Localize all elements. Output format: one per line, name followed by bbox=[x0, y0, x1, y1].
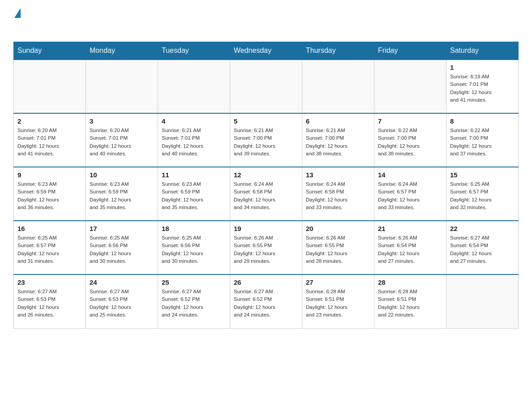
calendar-cell: 3Sunrise: 6:20 AMSunset: 7:01 PMDaylight… bbox=[86, 113, 158, 167]
calendar-cell: 4Sunrise: 6:21 AMSunset: 7:01 PMDaylight… bbox=[158, 113, 230, 167]
weekday-header-row: Sunday Monday Tuesday Wednesday Thursday… bbox=[14, 42, 519, 60]
week-row-2: 9Sunrise: 6:23 AMSunset: 6:59 PMDaylight… bbox=[14, 167, 519, 221]
day-number: 6 bbox=[306, 117, 370, 125]
week-row-1: 2Sunrise: 6:20 AMSunset: 7:01 PMDaylight… bbox=[14, 113, 519, 167]
day-number: 4 bbox=[162, 117, 226, 125]
day-number: 27 bbox=[306, 278, 370, 286]
calendar-cell: 6Sunrise: 6:21 AMSunset: 7:00 PMDaylight… bbox=[302, 113, 374, 167]
calendar-cell: 25Sunrise: 6:27 AMSunset: 6:52 PMDayligh… bbox=[158, 274, 230, 328]
day-info: Sunrise: 6:21 AMSunset: 7:00 PMDaylight:… bbox=[306, 127, 370, 158]
day-info: Sunrise: 6:19 AMSunset: 7:01 PMDaylight:… bbox=[450, 73, 515, 104]
day-info: Sunrise: 6:24 AMSunset: 6:57 PMDaylight:… bbox=[378, 180, 442, 211]
calendar-cell: 23Sunrise: 6:27 AMSunset: 6:53 PMDayligh… bbox=[14, 274, 86, 328]
calendar-cell: 21Sunrise: 6:26 AMSunset: 6:54 PMDayligh… bbox=[374, 221, 446, 274]
page-header bbox=[13, 9, 519, 33]
day-info: Sunrise: 6:21 AMSunset: 7:01 PMDaylight:… bbox=[162, 127, 226, 158]
week-row-0: 1Sunrise: 6:19 AMSunset: 7:01 PMDaylight… bbox=[14, 60, 519, 113]
day-number: 14 bbox=[378, 171, 442, 179]
day-number: 5 bbox=[234, 117, 298, 125]
day-info: Sunrise: 6:25 AMSunset: 6:57 PMDaylight:… bbox=[17, 234, 82, 265]
day-info: Sunrise: 6:27 AMSunset: 6:53 PMDaylight:… bbox=[90, 288, 154, 319]
calendar-cell bbox=[374, 60, 446, 113]
calendar-cell: 12Sunrise: 6:24 AMSunset: 6:58 PMDayligh… bbox=[230, 167, 302, 221]
day-number: 8 bbox=[450, 117, 515, 125]
logo bbox=[13, 9, 21, 33]
day-info: Sunrise: 6:21 AMSunset: 7:00 PMDaylight:… bbox=[234, 127, 298, 158]
day-number: 21 bbox=[378, 225, 442, 232]
day-info: Sunrise: 6:20 AMSunset: 7:01 PMDaylight:… bbox=[90, 127, 154, 158]
day-number: 20 bbox=[306, 225, 370, 232]
day-number: 17 bbox=[90, 225, 154, 232]
calendar-cell bbox=[446, 274, 519, 328]
day-info: Sunrise: 6:23 AMSunset: 6:59 PMDaylight:… bbox=[17, 180, 82, 211]
calendar-cell: 28Sunrise: 6:28 AMSunset: 6:51 PMDayligh… bbox=[374, 274, 446, 328]
week-row-4: 23Sunrise: 6:27 AMSunset: 6:53 PMDayligh… bbox=[14, 274, 519, 328]
calendar-cell: 20Sunrise: 6:26 AMSunset: 6:55 PMDayligh… bbox=[302, 221, 374, 274]
calendar-cell: 16Sunrise: 6:25 AMSunset: 6:57 PMDayligh… bbox=[14, 221, 86, 274]
day-number: 3 bbox=[90, 117, 154, 125]
day-info: Sunrise: 6:23 AMSunset: 6:59 PMDaylight:… bbox=[90, 180, 154, 211]
day-number: 11 bbox=[162, 171, 226, 179]
day-info: Sunrise: 6:27 AMSunset: 6:52 PMDaylight:… bbox=[234, 288, 298, 319]
calendar-cell: 14Sunrise: 6:24 AMSunset: 6:57 PMDayligh… bbox=[374, 167, 446, 221]
week-row-3: 16Sunrise: 6:25 AMSunset: 6:57 PMDayligh… bbox=[14, 221, 519, 274]
calendar-cell: 15Sunrise: 6:25 AMSunset: 6:57 PMDayligh… bbox=[446, 167, 519, 221]
header-sunday: Sunday bbox=[14, 42, 86, 60]
day-number: 10 bbox=[90, 171, 154, 179]
header-monday: Monday bbox=[86, 42, 158, 60]
calendar-cell bbox=[14, 60, 86, 113]
calendar-cell: 13Sunrise: 6:24 AMSunset: 6:58 PMDayligh… bbox=[302, 167, 374, 221]
calendar-cell: 17Sunrise: 6:25 AMSunset: 6:56 PMDayligh… bbox=[86, 221, 158, 274]
day-number: 16 bbox=[17, 225, 82, 232]
header-thursday: Thursday bbox=[302, 42, 374, 60]
day-info: Sunrise: 6:24 AMSunset: 6:58 PMDaylight:… bbox=[306, 180, 370, 211]
day-number: 28 bbox=[378, 278, 442, 286]
day-info: Sunrise: 6:28 AMSunset: 6:51 PMDaylight:… bbox=[378, 288, 442, 319]
day-info: Sunrise: 6:26 AMSunset: 6:54 PMDaylight:… bbox=[378, 234, 442, 265]
calendar-cell: 10Sunrise: 6:23 AMSunset: 6:59 PMDayligh… bbox=[86, 167, 158, 221]
calendar-cell: 24Sunrise: 6:27 AMSunset: 6:53 PMDayligh… bbox=[86, 274, 158, 328]
day-info: Sunrise: 6:25 AMSunset: 6:57 PMDaylight:… bbox=[450, 180, 515, 211]
day-number: 15 bbox=[450, 171, 515, 179]
day-number: 1 bbox=[450, 64, 515, 71]
calendar-cell bbox=[230, 60, 302, 113]
day-number: 9 bbox=[17, 171, 82, 179]
calendar-cell: 2Sunrise: 6:20 AMSunset: 7:01 PMDaylight… bbox=[14, 113, 86, 167]
day-info: Sunrise: 6:26 AMSunset: 6:55 PMDaylight:… bbox=[306, 234, 370, 265]
day-number: 25 bbox=[162, 278, 226, 286]
day-info: Sunrise: 6:25 AMSunset: 6:56 PMDaylight:… bbox=[162, 234, 226, 265]
calendar-cell: 9Sunrise: 6:23 AMSunset: 6:59 PMDaylight… bbox=[14, 167, 86, 221]
day-number: 18 bbox=[162, 225, 226, 232]
calendar-cell: 27Sunrise: 6:28 AMSunset: 6:51 PMDayligh… bbox=[302, 274, 374, 328]
calendar-cell bbox=[158, 60, 230, 113]
day-number: 22 bbox=[450, 225, 515, 232]
header-friday: Friday bbox=[374, 42, 446, 60]
day-number: 19 bbox=[234, 225, 298, 232]
header-saturday: Saturday bbox=[446, 42, 519, 60]
logo-triangle-icon bbox=[14, 8, 21, 18]
calendar-cell bbox=[86, 60, 158, 113]
day-info: Sunrise: 6:27 AMSunset: 6:52 PMDaylight:… bbox=[162, 288, 226, 319]
day-info: Sunrise: 6:28 AMSunset: 6:51 PMDaylight:… bbox=[306, 288, 370, 319]
day-number: 23 bbox=[17, 278, 82, 286]
day-info: Sunrise: 6:27 AMSunset: 6:54 PMDaylight:… bbox=[450, 234, 515, 265]
calendar-cell: 8Sunrise: 6:22 AMSunset: 7:00 PMDaylight… bbox=[446, 113, 519, 167]
day-number: 13 bbox=[306, 171, 370, 179]
calendar-cell bbox=[302, 60, 374, 113]
calendar-cell: 11Sunrise: 6:23 AMSunset: 6:59 PMDayligh… bbox=[158, 167, 230, 221]
day-info: Sunrise: 6:22 AMSunset: 7:00 PMDaylight:… bbox=[378, 127, 442, 158]
day-info: Sunrise: 6:26 AMSunset: 6:55 PMDaylight:… bbox=[234, 234, 298, 265]
calendar-cell: 22Sunrise: 6:27 AMSunset: 6:54 PMDayligh… bbox=[446, 221, 519, 274]
day-info: Sunrise: 6:23 AMSunset: 6:59 PMDaylight:… bbox=[162, 180, 226, 211]
day-number: 2 bbox=[17, 117, 82, 125]
calendar-cell: 7Sunrise: 6:22 AMSunset: 7:00 PMDaylight… bbox=[374, 113, 446, 167]
calendar-cell: 26Sunrise: 6:27 AMSunset: 6:52 PMDayligh… bbox=[230, 274, 302, 328]
day-info: Sunrise: 6:20 AMSunset: 7:01 PMDaylight:… bbox=[17, 127, 82, 158]
day-number: 26 bbox=[234, 278, 298, 286]
day-number: 7 bbox=[378, 117, 442, 125]
calendar-cell: 5Sunrise: 6:21 AMSunset: 7:00 PMDaylight… bbox=[230, 113, 302, 167]
calendar-cell: 18Sunrise: 6:25 AMSunset: 6:56 PMDayligh… bbox=[158, 221, 230, 274]
day-info: Sunrise: 6:24 AMSunset: 6:58 PMDaylight:… bbox=[234, 180, 298, 211]
calendar-cell: 1Sunrise: 6:19 AMSunset: 7:01 PMDaylight… bbox=[446, 60, 519, 113]
header-tuesday: Tuesday bbox=[158, 42, 230, 60]
